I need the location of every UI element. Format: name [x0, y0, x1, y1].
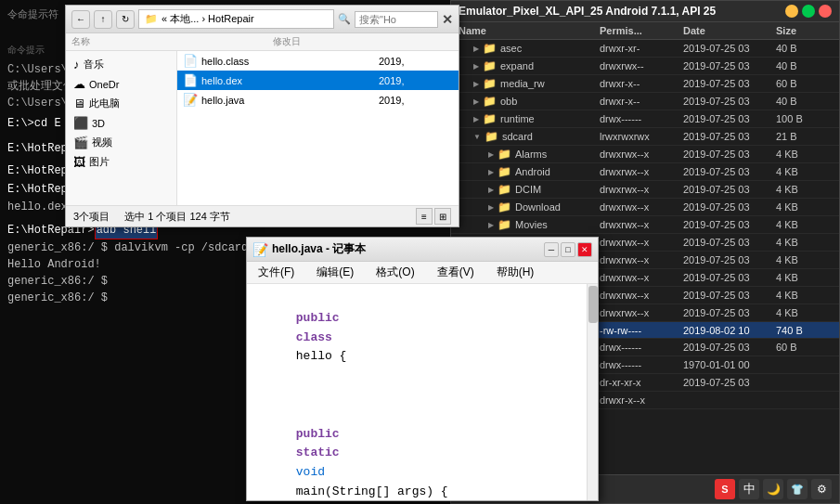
folder-row-movies[interactable]: ▶ 📁 Movies drwxrwx--x 2019-07-25 03 4 KB	[451, 216, 839, 234]
size: 4 KB	[776, 307, 832, 318]
close-button[interactable]	[819, 5, 832, 18]
col-perms: Permis...	[600, 25, 683, 36]
perms: drwxrwx--x	[600, 201, 683, 213]
skin-icon[interactable]: 👕	[787, 479, 808, 499]
size: 4 KB	[776, 272, 832, 283]
expand-icon: ▶	[488, 150, 494, 159]
sidebar-item-label: 此电脑	[89, 97, 120, 110]
file-row-hello-java[interactable]: 📝 hello.java 2019,	[177, 90, 459, 110]
file-list: 📄 hello.class 2019, 📄 hello.dex 2019, 📝 …	[177, 51, 459, 205]
keyword-public: public	[296, 311, 347, 325]
folder-row-alarms[interactable]: ▶ 📁 Alarms drwxrwx--x 2019-07-25 03 4 KB	[451, 146, 839, 163]
folder-row-sdcard[interactable]: ▼ 📁 sdcard lrwxrwxrwx 2019-07-25 03 21 B	[451, 128, 839, 146]
folder-icon: 📁	[498, 183, 511, 196]
col-date: Date	[683, 25, 776, 36]
notepad-titlebar: 📝 hello.java - 记事本 ─ □ ✕	[247, 238, 598, 262]
sidebar-item-onedrive[interactable]: ☁ OneDr	[66, 74, 176, 94]
maximize-button[interactable]: □	[561, 242, 575, 257]
col-name: Name	[459, 25, 600, 36]
sidebar-item-video[interactable]: 🎬 视频	[66, 133, 176, 152]
code-line-1: public class hello {	[252, 290, 592, 386]
menu-file[interactable]: 文件(F)	[254, 264, 298, 281]
size: 4 KB	[776, 184, 832, 195]
folder-row-expand[interactable]: ▶ 📁 expand drwxrwx-- 2019-07-25 03 40 B	[451, 58, 839, 75]
size: 4 KB	[776, 149, 832, 160]
minimize-button[interactable]: ─	[544, 242, 559, 257]
expand-icon: ▶	[473, 80, 479, 88]
file-explorer-sidebar: ♪ 音乐 ☁ OneDr 🖥 此电脑 ⬛ 3D 🎬 视频 🖼 图片	[66, 51, 177, 205]
folder-icon: 📁	[483, 77, 497, 90]
size: 740 B	[776, 325, 832, 336]
minimize-button[interactable]	[785, 5, 798, 18]
sogou-icon[interactable]: S	[715, 479, 735, 499]
perms: lrwxrwxrwx	[600, 131, 683, 142]
perms: drwx------	[600, 113, 683, 124]
expand-icon: ▶	[488, 186, 494, 194]
expand-icon: ▶	[473, 62, 479, 71]
menu-view[interactable]: 查看(V)	[433, 264, 478, 281]
search-input[interactable]	[355, 11, 438, 28]
video-icon: 🎬	[73, 136, 88, 149]
settings-icon[interactable]: ⚙	[811, 479, 832, 499]
folder-row-dcim[interactable]: ▶ 📁 DCIM drwxrwx--x 2019-07-25 03 4 KB	[451, 181, 839, 199]
refresh-button[interactable]: ↻	[116, 10, 135, 29]
perms: drwxrwx--x	[600, 166, 683, 177]
perms: drwxrwx--x	[600, 307, 683, 318]
menu-format[interactable]: 格式(O)	[372, 264, 418, 281]
size: 4 KB	[776, 237, 832, 248]
folder-icon: 📁	[498, 200, 511, 213]
night-mode-icon[interactable]: 🌙	[763, 479, 783, 499]
folder-icon: 📁	[485, 130, 498, 143]
sidebar-item-label: 3D	[92, 118, 105, 129]
sidebar-item-label: 视频	[92, 136, 112, 149]
file-row-hello-class[interactable]: 📄 hello.class 2019,	[177, 51, 459, 71]
perms: dr-xr-xr-x	[600, 377, 683, 388]
view-list-button[interactable]: ≡	[416, 208, 433, 225]
size: 60 B	[776, 78, 832, 89]
date: 2019-07-25 03	[683, 96, 776, 107]
expand-icon: ▼	[473, 133, 481, 141]
maximize-button[interactable]	[802, 5, 815, 18]
file-date: 2019,	[379, 75, 453, 86]
folder-row-download[interactable]: ▶ 📁 Download drwxrwx--x 2019-07-25 03 4 …	[451, 199, 839, 216]
notepad-scrollbar[interactable]	[587, 284, 598, 500]
chinese-input-icon[interactable]: 中	[739, 479, 759, 499]
menu-edit[interactable]: 编辑(E)	[313, 264, 357, 281]
scroll-thumb[interactable]	[588, 286, 598, 323]
view-grid-button[interactable]: ⊞	[434, 208, 451, 225]
size: 60 B	[776, 342, 832, 353]
folder-icon: 📁	[483, 112, 497, 125]
menu-help[interactable]: 帮助(H)	[493, 264, 538, 281]
notepad-title-text: hello.java - 记事本	[272, 241, 366, 257]
folder-row-runtime[interactable]: ▶ 📁 runtime drwx------ 2019-07-25 03 100…	[451, 110, 839, 128]
date: 2019-07-25 03	[683, 377, 776, 388]
size: 4 KB	[776, 219, 832, 230]
size: 4 KB	[776, 166, 832, 177]
status-icon-tray: S 中 🌙 👕 ⚙	[715, 479, 832, 499]
sidebar-item-music[interactable]: ♪ 音乐	[66, 55, 176, 74]
sidebar-item-pictures[interactable]: 🖼 图片	[66, 152, 176, 172]
date: 2019-07-25 03	[683, 43, 776, 54]
folder-row-media-rw[interactable]: ▶ 📁 media_rw drwxr-x-- 2019-07-25 03 60 …	[451, 75, 839, 93]
folder-row-android[interactable]: ▶ 📁 Android drwxrwx--x 2019-07-25 03 4 K…	[451, 163, 839, 181]
folder-icon: 📁	[483, 42, 497, 55]
size: 40 B	[776, 60, 832, 71]
back-button[interactable]: ←	[71, 10, 90, 29]
sidebar-item-label: 音乐	[84, 58, 104, 71]
search-icon: 🔍	[338, 13, 351, 25]
notepad-window: 📝 hello.java - 记事本 ─ □ ✕ 文件(F) 编辑(E) 格式(…	[246, 237, 599, 501]
sidebar-item-pc[interactable]: 🖥 此电脑	[66, 94, 176, 113]
folder-row-asec[interactable]: ▶ 📁 asec drwxr-xr- 2019-07-25 03 40 B	[451, 40, 839, 58]
address-bar[interactable]: 📁 « 本地... › HotRepair	[138, 9, 334, 29]
sidebar-item-label: 图片	[89, 155, 110, 169]
expand-icon: ▶	[473, 97, 479, 106]
file-row-hello-dex[interactable]: 📄 hello.dex 2019,	[177, 71, 459, 90]
up-button[interactable]: ↑	[94, 10, 112, 29]
folder-icon: 📁	[498, 218, 511, 231]
close-button[interactable]: ✕	[442, 12, 453, 27]
indent	[296, 407, 325, 421]
close-button[interactable]: ✕	[577, 242, 592, 257]
expand-icon: ▶	[473, 45, 479, 53]
folder-row-obb[interactable]: ▶ 📁 obb drwxr-x-- 2019-07-25 03 40 B	[451, 93, 839, 110]
sidebar-item-3d[interactable]: ⬛ 3D	[66, 113, 176, 133]
